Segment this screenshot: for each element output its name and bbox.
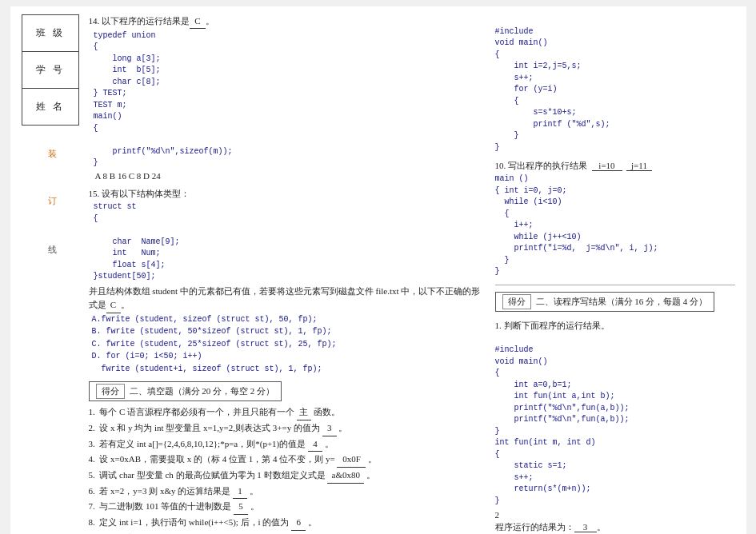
fill-section: 得分 二、填空题（满分 20 分，每空 2 分） 1. 每个 C 语言源程序都必… — [89, 381, 482, 534]
q15-code: struct st { char Name[9]; int Num; float… — [94, 201, 482, 283]
info-row-id: 学 号 — [22, 52, 78, 89]
fill-items: 1. 每个 C 语言源程序都必须有一个，并且只能有一个 主 函数。 2. 设 x… — [89, 404, 482, 534]
read-section-header: 得分 二、读程序写结果（满分 16 分，每题 4 分） — [495, 292, 715, 312]
q-read1-answer: 2 程序运行的结果为：3。 — [495, 510, 735, 533]
right-header-code: #include void main() { int i=2,j=5,s; s+… — [495, 14, 735, 153]
fill-item-8: 8. 定义 int i=1，执行语句 while(i++<5); 后，i 的值为… — [89, 515, 482, 531]
fill-item-2: 2. 设 x 和 y 均为 int 型变量且 x=1,y=2,则表达式 3+=y… — [89, 420, 482, 436]
fill-section-title: 二、填空题（满分 20 分，每空 2 分） — [130, 385, 275, 397]
question-read-1: 1. 判断下面程序的运行结果。 #include void main() { i… — [495, 320, 735, 534]
read-section-title: 二、读程序写结果（满分 16 分，每题 4 分） — [536, 296, 708, 308]
question-14: 14. 以下程序的运行结果是C。 typedef union { long a[… — [89, 14, 482, 181]
q14-code: typedef union { long a[3]; int b[5]; cha… — [94, 30, 482, 169]
q14-title: 14. 以下程序的运行结果是C。 — [89, 14, 482, 29]
q14-options: A 8 B 16 C 8 D 24 — [95, 171, 482, 181]
read-score-label: 得分 — [502, 294, 531, 309]
q10-title: 10. 写出程序的执行结果 i=10 j=11 — [495, 160, 735, 172]
q15-desc: 并且结构体数组 student 中的元素都已有值，若要将这些元素写到磁盘文件 f… — [89, 285, 482, 313]
question-10: 10. 写出程序的执行结果 i=10 j=11 main () { int i=… — [495, 160, 735, 278]
fill-item-1: 1. 每个 C 语言源程序都必须有一个，并且只能有一个 主 函数。 — [89, 404, 482, 420]
q15-title: 15. 设有以下结构体类型： — [89, 187, 482, 201]
fill-item-9: 9. 下面程序的运行结果为 22222 。 — [89, 531, 482, 534]
q-read1-title: 1. 判断下面程序的运行结果。 — [495, 320, 735, 332]
fill-item-6: 6. 若 x=2，y=3 则 x&y 的运算结果是 1 。 — [89, 484, 482, 500]
info-row-class: 班 级 — [22, 15, 78, 52]
q-read1-code: #include void main() { int a=0,b=1; int … — [495, 333, 735, 508]
fill-item-7: 7. 与二进制数 101 等值的十进制数是 5 。 — [89, 499, 482, 515]
fill-item-5: 5. 调试 char 型变量 ch 的最高位赋值为零为 1 时数组定义式是 a&… — [89, 468, 482, 484]
info-row-name: 姓 名 — [22, 89, 78, 125]
q15-options: A.fwrite (student, sizeof (struct st), 5… — [92, 313, 482, 376]
question-15: 15. 设有以下结构体类型： struct st { char Name[9];… — [89, 187, 482, 376]
fill-item-4: 4. 设 x=0xAB，需要提取 x 的（标 4 位置 1，第 4 位不变，则 … — [89, 452, 482, 468]
fill-item-3: 3. 若有定义 int a[]={2,4,6,8,10,12};*p=a，则*(… — [89, 436, 482, 452]
fill-score-label: 得分 — [96, 384, 125, 399]
q10-code: main () { int i=0, j=0; while (i<10) { i… — [495, 173, 735, 278]
